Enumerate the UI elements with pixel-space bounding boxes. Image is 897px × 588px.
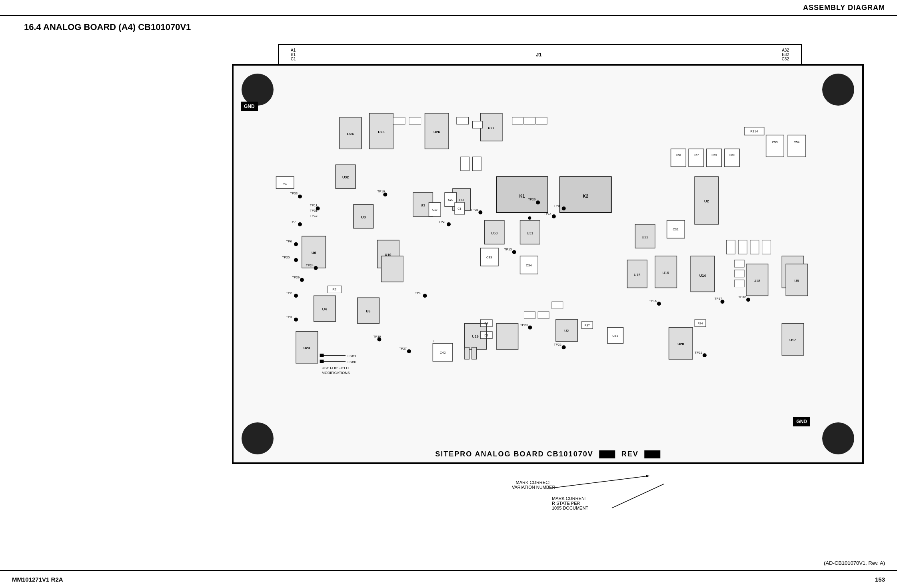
svg-rect-20	[689, 149, 704, 167]
svg-point-142	[478, 210, 482, 214]
svg-rect-84	[457, 117, 469, 124]
svg-point-108	[294, 294, 298, 298]
svg-rect-165	[762, 240, 771, 254]
svg-text:TP16: TP16	[649, 299, 657, 303]
svg-text:U23: U23	[304, 346, 310, 350]
svg-rect-83	[409, 117, 421, 124]
svg-point-110	[294, 318, 298, 322]
svg-text:LSB1: LSB1	[348, 354, 356, 358]
svg-text:U32: U32	[342, 175, 349, 179]
svg-text:TP32: TP32	[738, 295, 746, 299]
section-title: 16.4 ANALOG BOARD (A4) CB101070V1	[24, 22, 191, 32]
svg-text:C42: C42	[440, 351, 446, 354]
svg-text:C33: C33	[486, 256, 492, 259]
svg-text:C54: C54	[794, 140, 800, 144]
svg-rect-179	[538, 312, 549, 319]
svg-text:R114: R114	[750, 130, 758, 133]
svg-rect-85	[473, 121, 483, 128]
svg-text:U26: U26	[434, 130, 440, 134]
svg-text:+: +	[433, 339, 435, 343]
svg-text:U1: U1	[421, 203, 425, 207]
connector-j1-label: J1	[536, 52, 541, 58]
svg-text:U53: U53	[491, 231, 497, 235]
svg-text:LSB0: LSB0	[348, 360, 356, 364]
svg-text:TP12: TP12	[310, 214, 318, 218]
svg-text:R2: R2	[332, 288, 336, 291]
svg-point-118	[447, 222, 451, 226]
svg-text:U20: U20	[677, 342, 684, 346]
svg-rect-162	[726, 240, 735, 254]
svg-text:U27: U27	[488, 126, 494, 130]
svg-rect-147	[320, 360, 324, 363]
svg-point-122	[657, 302, 661, 306]
svg-rect-45	[528, 216, 531, 220]
ad-reference: (AD-CB101070V1, Rev. A)	[824, 560, 885, 566]
svg-text:U8: U8	[794, 279, 799, 283]
svg-text:TP8: TP8	[554, 204, 560, 208]
svg-text:U3: U3	[361, 215, 366, 219]
svg-text:TP22: TP22	[554, 343, 561, 346]
svg-text:U25: U25	[378, 130, 384, 134]
svg-text:TP6: TP6	[286, 240, 292, 243]
svg-rect-18	[671, 149, 686, 167]
svg-text:C53: C53	[772, 140, 778, 144]
svg-text:TP7: TP7	[290, 220, 296, 224]
svg-point-102	[294, 258, 298, 262]
board-outline: GND GND SITEPRO ANALOG BOARD CB101070V R…	[232, 64, 864, 464]
svg-rect-24	[724, 149, 739, 167]
connector-right-label: A32 B32 C32	[782, 48, 789, 61]
svg-text:U31: U31	[527, 231, 533, 235]
mark-current-annotation: MARK CURRENT R STATE PER 1095 DOCUMENT	[552, 496, 588, 510]
svg-rect-146	[320, 354, 324, 357]
svg-rect-81	[496, 324, 518, 349]
svg-text:TP13: TP13	[504, 248, 512, 251]
svg-text:TP2: TP2	[439, 220, 445, 224]
svg-text:C59: C59	[711, 154, 717, 156]
svg-rect-184	[472, 347, 477, 359]
svg-text:TP30: TP30	[374, 335, 382, 338]
annotation-arrows	[232, 468, 864, 540]
svg-point-132	[536, 200, 540, 204]
page-header: ASSEMBLY DIAGRAM	[0, 0, 897, 16]
svg-text:U19: U19	[472, 334, 478, 338]
svg-text:TP2: TP2	[286, 291, 292, 295]
svg-text:C34: C34	[526, 264, 532, 267]
svg-text:C1: C1	[457, 207, 461, 210]
svg-rect-180	[552, 302, 563, 309]
page-footer: MM101271V1 R2A 153	[0, 570, 897, 588]
diagram-container: A1 B1 C1 J1 A32 B32 C32 GND GND SITEPRO …	[232, 44, 864, 524]
svg-rect-42	[381, 256, 403, 282]
svg-point-100	[294, 242, 298, 246]
svg-text:U24: U24	[347, 132, 354, 136]
svg-rect-88	[536, 117, 547, 124]
svg-text:U14: U14	[699, 274, 706, 278]
svg-text:TP1: TP1	[415, 291, 421, 295]
svg-text:C19: C19	[432, 208, 438, 211]
svg-rect-90	[734, 270, 744, 277]
svg-text:TP29: TP29	[292, 276, 300, 279]
svg-rect-22	[707, 149, 722, 167]
svg-text:TP24: TP24	[306, 264, 314, 267]
svg-point-134	[407, 349, 411, 353]
svg-text:C60: C60	[729, 154, 735, 156]
svg-rect-14	[766, 135, 784, 157]
svg-rect-86	[512, 117, 523, 124]
svg-text:C56: C56	[676, 154, 681, 156]
annotation-area: MARK CORRECT VARIATION NUMBER MARK CURRE…	[232, 468, 864, 548]
svg-point-130	[746, 298, 750, 302]
svg-point-104	[314, 266, 318, 270]
svg-rect-82	[393, 117, 405, 124]
svg-point-114	[423, 294, 427, 298]
svg-rect-87	[524, 117, 535, 124]
svg-point-106	[300, 278, 304, 282]
svg-text:U15: U15	[634, 273, 640, 277]
svg-text:Y1: Y1	[283, 182, 287, 186]
svg-text:TP17: TP17	[715, 297, 722, 300]
svg-text:U17: U17	[789, 338, 796, 342]
svg-text:C32: C32	[673, 228, 679, 231]
svg-line-185	[552, 476, 648, 488]
svg-rect-163	[738, 240, 747, 254]
svg-text:K2: K2	[583, 194, 588, 198]
svg-text:U6: U6	[312, 251, 316, 255]
svg-text:U5: U5	[366, 309, 370, 313]
